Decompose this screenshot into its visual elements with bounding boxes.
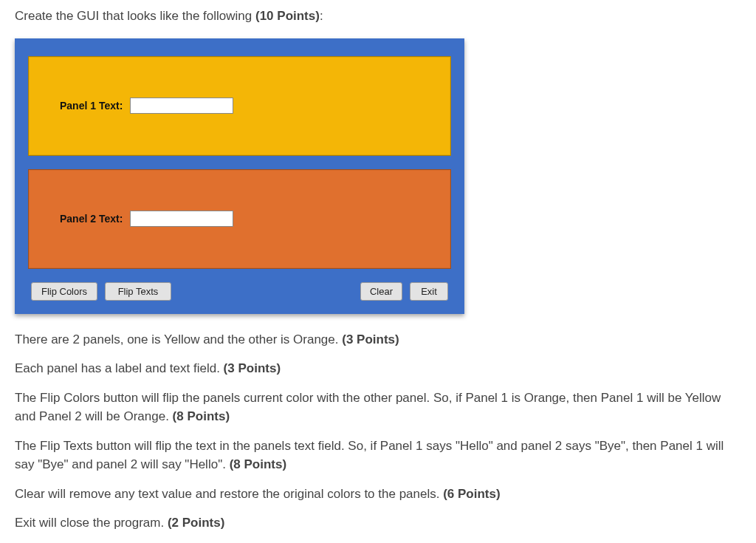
desc-text: There are 2 panels, one is Yellow and th…	[15, 332, 342, 346]
clear-button[interactable]: Clear	[360, 282, 402, 301]
panel-2-label: Panel 2 Text:	[60, 213, 123, 225]
desc-text: Exit will close the program.	[15, 516, 168, 530]
desc-panels: There are 2 panels, one is Yellow and th…	[15, 330, 741, 349]
desc-points: (3 Points)	[342, 332, 399, 346]
desc-clear: Clear will remove any text value and res…	[15, 485, 741, 504]
prompt-points: (10 Points)	[255, 9, 320, 23]
flip-colors-button[interactable]: Flip Colors	[31, 282, 97, 301]
panel-1: Panel 1 Text:	[28, 56, 451, 156]
prompt-text: Create the GUI that looks like the follo…	[15, 9, 255, 23]
desc-text: The Flip Colors button will flip the pan…	[15, 391, 721, 424]
desc-text: The Flip Texts button will flip the text…	[15, 439, 724, 472]
desc-label-field: Each panel has a label and text field. (…	[15, 359, 741, 378]
flip-texts-button[interactable]: Flip Texts	[105, 282, 171, 301]
descriptions-container: There are 2 panels, one is Yellow and th…	[15, 330, 741, 533]
prompt-colon: :	[320, 9, 323, 23]
desc-flip-texts: The Flip Texts button will flip the text…	[15, 437, 741, 474]
desc-flip-colors: The Flip Colors button will flip the pan…	[15, 389, 741, 426]
panel-2: Panel 2 Text:	[28, 169, 451, 269]
desc-points: (2 Points)	[168, 516, 224, 530]
desc-points: (8 Points)	[173, 409, 230, 423]
panel-2-input[interactable]	[130, 211, 233, 227]
desc-text: Clear will remove any text value and res…	[15, 487, 443, 501]
button-row: Flip Colors Flip Texts Clear Exit	[28, 282, 451, 304]
desc-points: (6 Points)	[443, 487, 500, 501]
desc-text: Each panel has a label and text field.	[15, 361, 224, 375]
panel-1-label: Panel 1 Text:	[60, 100, 123, 112]
desc-points: (8 Points)	[230, 457, 286, 471]
question-prompt: Create the GUI that looks like the follo…	[15, 7, 741, 25]
exit-button[interactable]: Exit	[410, 282, 448, 301]
gui-frame: Panel 1 Text: Panel 2 Text: Flip Colors …	[15, 38, 464, 314]
panel-1-input[interactable]	[130, 98, 233, 114]
desc-exit: Exit will close the program. (2 Points)	[15, 513, 741, 533]
desc-points: (3 Points)	[224, 361, 281, 375]
